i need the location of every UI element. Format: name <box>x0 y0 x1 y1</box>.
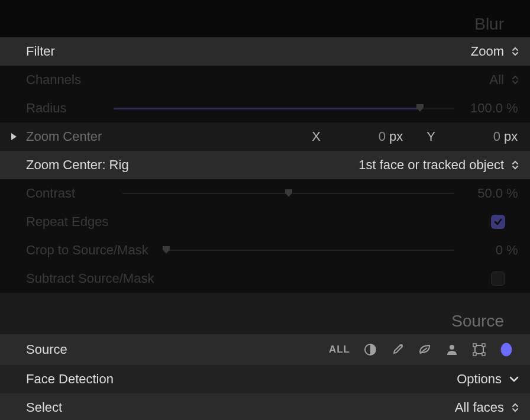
channels-value[interactable]: All <box>490 72 504 88</box>
filter-value[interactable]: Zoom <box>471 44 504 59</box>
contrast-circle-icon[interactable] <box>363 343 377 357</box>
slider-thumb-icon[interactable] <box>284 189 293 198</box>
crop-unit: % <box>503 243 521 258</box>
face-detection-label: Face Detection <box>26 371 114 387</box>
svg-point-2 <box>450 345 454 350</box>
crop-slider[interactable] <box>166 244 454 256</box>
svg-rect-7 <box>482 353 485 356</box>
person-icon[interactable] <box>445 343 459 357</box>
row-filter: Filter Zoom <box>0 37 530 66</box>
repeat-edges-label: Repeat Edges <box>26 214 108 230</box>
updown-icon[interactable] <box>510 46 521 57</box>
y-label: Y <box>406 129 435 144</box>
contrast-slider[interactable] <box>122 188 454 199</box>
filter-label: Filter <box>26 44 55 59</box>
channels-label: Channels <box>26 72 81 88</box>
row-channels: Channels All <box>0 66 530 94</box>
radius-label: Radius <box>26 101 66 116</box>
all-button[interactable]: ALL <box>329 344 350 356</box>
updown-icon[interactable] <box>510 74 521 86</box>
section-title: Blur <box>474 15 504 34</box>
x-value[interactable]: 0 <box>321 129 386 144</box>
row-radius: Radius 100.0 % <box>0 94 530 122</box>
contrast-label: Contrast <box>26 186 75 201</box>
svg-point-8 <box>501 343 512 356</box>
svg-point-1 <box>400 344 403 347</box>
section-header-source: Source <box>0 293 530 334</box>
row-crop-to-source: Crop to Source/Mask 0 % <box>0 236 530 264</box>
source-toolbar: ALL <box>329 343 513 357</box>
row-contrast: Contrast 50.0 % <box>0 179 530 208</box>
slider-thumb-icon[interactable] <box>161 246 171 254</box>
zoom-center-rig-value[interactable]: 1st face or tracked object <box>358 157 504 173</box>
inspector-panel: Blur Filter Zoom Channels All Radius <box>0 0 530 420</box>
triangle-right-icon[interactable] <box>8 131 19 142</box>
zoom-center-label: Zoom Center <box>26 129 102 144</box>
radius-unit: % <box>503 101 521 116</box>
contrast-unit: % <box>503 186 521 201</box>
section-header-blur: Blur <box>0 0 530 37</box>
updown-icon[interactable] <box>510 159 521 171</box>
crop-to-source-label: Crop to Source/Mask <box>26 243 148 258</box>
x-label: X <box>291 129 321 144</box>
eyedropper-icon[interactable] <box>390 343 405 357</box>
subtract-source-checkbox[interactable] <box>491 272 505 286</box>
zoom-center-rig-label: Zoom Center: Rig <box>26 157 129 173</box>
slider-thumb-icon[interactable] <box>415 104 425 112</box>
chevron-down-icon[interactable] <box>508 373 521 386</box>
x-unit: px <box>386 129 406 144</box>
row-subtract-source: Subtract Source/Mask <box>0 264 530 293</box>
svg-rect-4 <box>473 344 476 347</box>
radius-value[interactable]: 100.0 <box>465 101 503 116</box>
radius-slider[interactable] <box>114 102 454 114</box>
leaf-icon[interactable] <box>418 343 432 357</box>
select-label: Select <box>26 400 62 415</box>
check-icon <box>493 217 503 227</box>
row-zoom-center: Zoom Center X 0 px Y 0 px <box>0 122 530 151</box>
zoom-center-xy: X 0 px Y 0 px <box>102 129 521 144</box>
face-detection-value[interactable]: Options <box>457 371 502 387</box>
y-unit: px <box>500 129 521 144</box>
transform-box-icon[interactable] <box>472 343 486 357</box>
subtract-source-label: Subtract Source/Mask <box>26 271 154 286</box>
source-label: Source <box>26 342 67 357</box>
updown-icon[interactable] <box>510 402 521 413</box>
row-face-detection: Face Detection Options <box>0 365 530 393</box>
select-value[interactable]: All faces <box>455 400 504 415</box>
svg-rect-6 <box>473 353 476 356</box>
svg-point-9 <box>503 348 505 350</box>
face-icon[interactable] <box>499 343 513 357</box>
contrast-value[interactable]: 50.0 <box>465 186 503 201</box>
crop-value[interactable]: 0 <box>465 243 503 258</box>
y-value[interactable]: 0 <box>435 129 500 144</box>
row-zoom-center-rig: Zoom Center: Rig 1st face or tracked obj… <box>0 151 530 179</box>
svg-rect-5 <box>482 344 485 347</box>
section-title: Source <box>451 312 504 331</box>
repeat-edges-checkbox[interactable] <box>491 215 505 229</box>
row-repeat-edges: Repeat Edges <box>0 208 530 236</box>
row-select: Select All faces <box>0 393 530 420</box>
svg-point-10 <box>508 348 509 350</box>
row-source: Source ALL <box>0 334 530 365</box>
